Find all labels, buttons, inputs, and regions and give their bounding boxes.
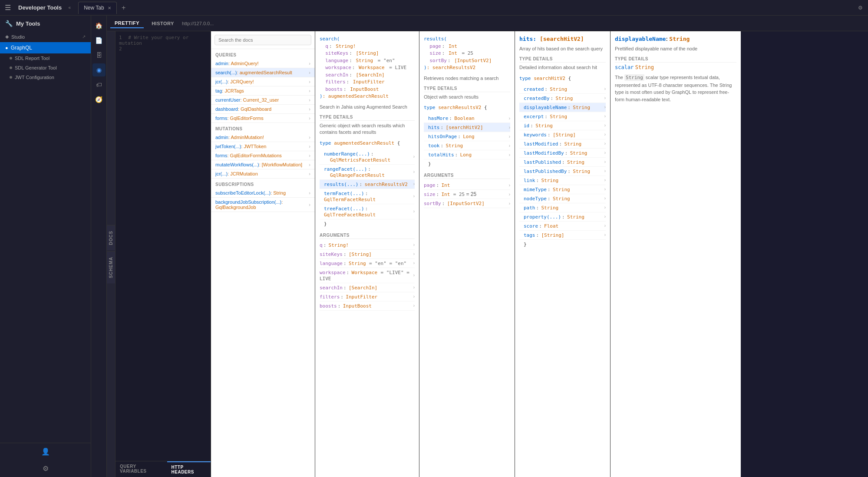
sub-editorlock[interactable]: subscribeToEditorLock(...): String › (211, 189, 315, 198)
query-forms[interactable]: forms: GqlEditorForms › (211, 114, 315, 123)
field-path[interactable]: path: String › (519, 203, 606, 212)
field-termFacet[interactable]: termFacet(...): GqlTermFacetResult › (320, 189, 415, 204)
field-rangeFacet[interactable]: rangeFacet(...):GqlRangeFacetResult › (320, 165, 415, 180)
arrow-icon: › (509, 125, 510, 130)
field-hasMore[interactable]: hasMore: Boolean › (424, 114, 510, 123)
field-results[interactable]: results(...): searchResultsV2 › (320, 180, 415, 189)
scalar-description: The String scalar type represents textua… (615, 74, 736, 103)
field-nodeType[interactable]: nodeType: String › (519, 194, 606, 203)
field-mimeType[interactable]: mimeType: String › (519, 185, 606, 194)
sidebar-item-graphql[interactable]: ● GraphQL (0, 42, 91, 53)
arg-filters[interactable]: filters: InputFilter › (320, 292, 415, 301)
field-totalHits[interactable]: totalHits: Long › (424, 150, 510, 159)
mutation-admin[interactable]: admin: AdminMutation! › (211, 133, 315, 142)
field-createdBy[interactable]: createdBy: String › (519, 94, 606, 103)
field-tags[interactable]: tags: [String] › (519, 231, 606, 240)
nav-graphql-icon[interactable]: ◉ (92, 63, 106, 76)
field-hitsOnPage[interactable]: hitsOnPage: Long › (424, 132, 510, 141)
field-score[interactable]: score: Float › (519, 222, 606, 231)
mutation-jcr[interactable]: jcr(...): JCRMutation › (211, 169, 315, 179)
arrow-icon: › (509, 143, 510, 148)
query-currentUser[interactable]: currentUser: Current_32_user › (211, 96, 315, 105)
arrow-icon: › (413, 182, 415, 186)
field-excerpt[interactable]: excerpt: String › (519, 112, 606, 121)
field-lastModified[interactable]: lastModified: String › (519, 139, 606, 149)
history-button[interactable]: HISTORY (147, 19, 178, 28)
chevron-icon: › (309, 88, 310, 93)
sidebar-item-studio[interactable]: ◈ Studio ↗ (0, 31, 91, 42)
arg-page[interactable]: page: Int › (424, 181, 510, 190)
field-keywords[interactable]: keywords: [String] › (519, 130, 606, 139)
nav-home-icon[interactable]: 🏠 (92, 19, 106, 32)
arrow-icon: › (413, 154, 415, 159)
http-headers-tab[interactable]: HTTP HEADERS (167, 461, 211, 477)
queries-panel: QUERIES admin: AdminQuery! › search(...)… (211, 31, 315, 477)
config-button[interactable]: ⚙ (0, 460, 91, 477)
nav-data-icon[interactable]: 🗄 (92, 49, 106, 62)
menu-icon: ☰ (5, 3, 11, 12)
field-treeFacet[interactable]: treeFacet(...): GqlTreeFacetResult › (320, 204, 415, 219)
field-lastPublished[interactable]: lastPublished: String › (519, 158, 606, 167)
sidebar-item-sdl-generator[interactable]: SDL Generator Tool (0, 63, 91, 73)
field-hits[interactable]: hits: [searchHitV2] › (424, 123, 510, 132)
mutation-jwtToken[interactable]: jwtToken(...): JWTToken › (211, 142, 315, 151)
arrow-icon: › (604, 169, 606, 173)
sub-backgroundJob[interactable]: backgroundJobSubscription(...): GqlBackg… (211, 198, 315, 212)
field-created[interactable]: created: String › (519, 85, 606, 94)
chevron-icon: › (309, 202, 310, 207)
field-link[interactable]: link: String › (519, 176, 606, 185)
arg-sortBy[interactable]: sortBy: [InputSortV2] › (424, 199, 510, 208)
arg-size[interactable]: size: Int = 25 = 25 › (424, 190, 510, 199)
arg-boosts[interactable]: boosts: InputBoost › (320, 301, 415, 311)
chevron-icon: › (309, 79, 310, 84)
sidebar-item-jwt[interactable]: JWT Configuration (0, 73, 91, 82)
query-tag[interactable]: tag: JCRTags › (211, 86, 315, 96)
search-panel-content: search( q: String! siteKeys: [String] la… (315, 31, 419, 477)
add-tab-button[interactable]: + (119, 3, 129, 13)
arg-q[interactable]: q: String! › (320, 241, 415, 250)
docs-panels: QUERIES admin: AdminQuery! › search(...)… (211, 31, 868, 477)
docs-tab[interactable]: DOCS (107, 225, 115, 250)
search-input[interactable] (215, 35, 311, 45)
gql-main: DOCS SCHEMA 1 # Write your query or muta… (107, 31, 868, 477)
field-took[interactable]: took: String › (424, 141, 510, 150)
sidebar-item-sdl-report[interactable]: SDL Report Tool (0, 53, 91, 63)
field-property[interactable]: property(...): String › (519, 212, 606, 222)
hamburger-button[interactable]: ☰ (0, 0, 16, 16)
tab-close-button[interactable]: ✕ (108, 6, 111, 10)
chevron-icon: › (309, 171, 310, 176)
settings-button[interactable]: ⚙ (852, 0, 868, 16)
fn-close: ) (424, 65, 427, 70)
mutation-forms[interactable]: forms: GqlEditorFormMutations › (211, 151, 315, 160)
field-numberRange[interactable]: numberRange(...):GqlMetricsFacetResult › (320, 149, 415, 165)
arg-language[interactable]: language: String = "en" = "en" › (320, 259, 415, 268)
arg-searchIn[interactable]: searchIn: [SearchIn] › (320, 283, 415, 292)
chevron-icon: › (309, 135, 310, 140)
field-displayableName[interactable]: displayableName: String › (519, 103, 606, 112)
collapse-sidebar-button[interactable]: « (64, 3, 75, 13)
editor-content[interactable]: 1 # Write your query or mutation 2 (116, 31, 211, 461)
prettify-button[interactable]: PRETTIFY (110, 19, 144, 28)
chevron-icon: › (309, 162, 310, 167)
arg-siteKeys[interactable]: siteKeys: [String] › (320, 250, 415, 259)
nav-compass-icon[interactable]: 🧭 (92, 93, 106, 106)
arg-workspace[interactable]: workspace: Workspace = "LIVE" = LIVE › (320, 268, 415, 283)
arrow-icon: › (604, 205, 606, 210)
field-id[interactable]: id: String › (519, 121, 606, 130)
field-lastPublishedBy[interactable]: lastPublishedBy: String › (519, 167, 606, 176)
item-name: tag (215, 88, 222, 93)
field-lastModifiedBy[interactable]: lastModifiedBy: String › (519, 149, 606, 158)
query-search[interactable]: search(...): augmentedSearchResult › (211, 68, 315, 77)
query-admin[interactable]: admin: AdminQuery! › (211, 59, 315, 68)
query-variables-tab[interactable]: QUERY VARIABLES (116, 461, 167, 477)
query-dashboard[interactable]: dashboard: GqlDashboard › (211, 105, 315, 114)
schema-tab[interactable]: SCHEMA (107, 251, 115, 283)
nav-tag-icon[interactable]: 🏷 (92, 78, 106, 91)
tab-new[interactable]: New Tab ✕ (78, 2, 116, 14)
nav-files-icon[interactable]: 📄 (92, 34, 106, 47)
fn-close: ) (320, 93, 323, 99)
user-button[interactable]: 👤 (0, 443, 91, 460)
query-jcr[interactable]: jcr(...): JCRQuery! › (211, 77, 315, 86)
mutation-mutateWorkflows[interactable]: mutateWorkflows(...): [WorkflowMutation]… (211, 160, 315, 169)
fn-signature: search( q: String! siteKeys: [String] la… (320, 36, 415, 100)
